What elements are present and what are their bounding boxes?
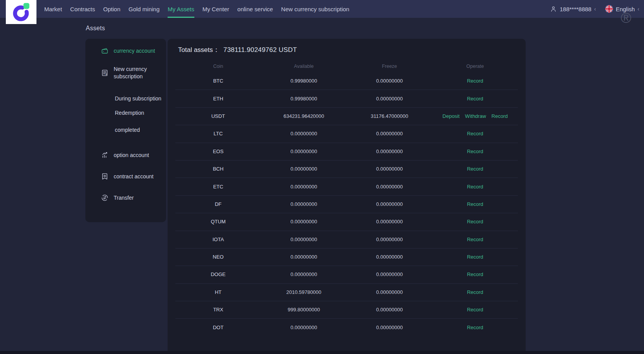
coin-name: BCH [175,166,261,172]
sidebar-item-label: Transfer [114,195,134,201]
freeze-amount: 0.00000000 [347,131,433,136]
coin-name: USDT [175,113,261,119]
record-link[interactable]: Record [467,131,483,136]
freeze-amount: 31176.47000000 [347,113,433,119]
column-header-freeze: Freeze [347,64,433,69]
contract-icon [101,173,109,180]
sidebar-item-during-subscription[interactable]: During subscription [85,91,166,106]
nav-item-my-center[interactable]: My Center [203,0,229,18]
nav-item-contracts[interactable]: Contracts [70,0,95,18]
operate-cell: Record [432,149,518,154]
freeze-amount: 0.00000000 [347,289,433,295]
table-row-doge: DOGE0.000000000.00000000Record [168,266,526,283]
operate-cell: Record [432,254,518,260]
table-row-neo: NEO0.000000000.00000000Record [168,248,526,266]
withdraw-link[interactable]: Withdraw [465,113,486,119]
table-row-usdt: USDT634231.9642000031176.47000000Deposit… [168,107,526,125]
table-row-ltc: LTC0.000000000.00000000Record [168,125,526,142]
coin-name: LTC [175,131,261,136]
nav-item-market[interactable]: Market [44,0,62,18]
sidebar-item-contract-account[interactable]: contract account [85,171,166,181]
assets-sidebar: currency account¥New currency subscripti… [85,39,166,222]
available-amount: 0.00000000 [261,131,347,136]
record-link[interactable]: Record [467,96,483,102]
column-header-available: Available [261,64,347,69]
top-nav: MarketContractsOptionGold miningMy Asset… [0,0,644,18]
operate-cell: Record [432,219,518,224]
operate-cell: Record [432,184,518,190]
table-row-ht: HT2010.597800000.00000000Record [168,283,526,301]
subscription-icon: ¥ [101,69,109,77]
transfer-icon [101,194,109,202]
freeze-amount: 0.00000000 [347,201,433,207]
table-row-etc: ETC0.000000000.00000000Record [168,178,526,195]
freeze-amount: 0.00000000 [347,237,433,242]
user-menu[interactable]: 188****8888 ‹ [550,5,596,13]
sidebar-item-label: Redemption [115,110,144,116]
sidebar-item-new-currency-subscription[interactable]: ¥New currency subscription [85,65,166,81]
record-link[interactable]: Record [467,78,483,84]
operate-cell: Record [432,307,518,313]
record-link[interactable]: Record [467,307,483,313]
table-row-trx: TRX999.800000000.00000000Record [168,301,526,318]
freeze-amount: 0.00000000 [347,307,433,313]
column-header-operate: Operate [432,64,518,69]
uk-flag-icon [605,5,613,13]
record-link[interactable]: Record [467,149,483,154]
record-link[interactable]: Record [467,271,483,277]
deposit-link[interactable]: Deposit [443,113,460,119]
table-row-btc: BTC0.999800000.00000000Record [168,72,526,90]
sidebar-item-currency-account[interactable]: currency account [85,46,166,56]
freeze-amount: 0.00000000 [347,254,433,260]
brand-logo-icon [11,2,31,22]
sidebar-item-option-account[interactable]: option account [85,150,166,160]
operate-cell: Record [432,271,518,277]
record-link[interactable]: Record [467,166,483,172]
available-amount: 0.00000000 [261,254,347,260]
available-amount: 0.00000000 [261,166,347,172]
available-amount: 0.00000000 [261,184,347,190]
user-phone: 188****8888 [560,6,592,12]
logo[interactable] [6,0,36,24]
operate-cell: Record [432,96,518,102]
sidebar-item-label: option account [114,152,149,158]
record-link[interactable]: Record [467,219,483,224]
operate-cell: Record [432,78,518,84]
freeze-amount: 0.00000000 [347,96,433,102]
registered-trademark-icon: ® [621,11,631,25]
record-link[interactable]: Record [467,289,483,295]
freeze-amount: 0.00000000 [347,325,433,330]
nav-item-new-currency-subscription[interactable]: New currency subscription [281,0,350,18]
coin-name: IOTA [175,237,261,242]
table-row-iota: IOTA0.000000000.00000000Record [168,231,526,248]
record-link[interactable]: Record [467,184,483,190]
record-link[interactable]: Record [467,254,483,260]
main-nav: MarketContractsOptionGold miningMy Asset… [44,0,349,18]
freeze-amount: 0.00000000 [347,271,433,277]
assets-table-header: CoinAvailableFreezeOperate [168,60,526,72]
coin-name: EOS [175,149,261,154]
operate-cell: Record [432,201,518,207]
nav-item-gold-mining[interactable]: Gold mining [128,0,159,18]
record-link[interactable]: Record [467,201,483,207]
assets-panel: Total assets： 738111.90249762 USDT CoinA… [168,39,526,351]
available-amount: 0.00000000 [261,271,347,277]
sidebar-item-redemption[interactable]: Redemption [85,108,166,118]
record-link[interactable]: Record [467,237,483,242]
page-bottom-strip [0,351,644,354]
available-amount: 0.99980000 [261,78,347,84]
assets-table-body: BTC0.999800000.00000000RecordETH0.999800… [168,72,526,336]
nav-item-online-service[interactable]: online service [237,0,273,18]
operate-cell: Record [432,325,518,330]
chart-icon [101,151,109,159]
operate-cell: Record [432,237,518,242]
coin-name: DOGE [175,271,261,277]
sidebar-item-completed[interactable]: completed [85,125,166,135]
record-link[interactable]: Record [467,325,483,330]
record-link[interactable]: Record [492,113,508,119]
coin-name: TRX [175,307,261,313]
available-amount: 634231.96420000 [261,113,347,119]
nav-item-my-assets[interactable]: My Assets [168,0,194,18]
nav-item-option[interactable]: Option [103,0,120,18]
sidebar-item-transfer[interactable]: Transfer [85,193,166,203]
